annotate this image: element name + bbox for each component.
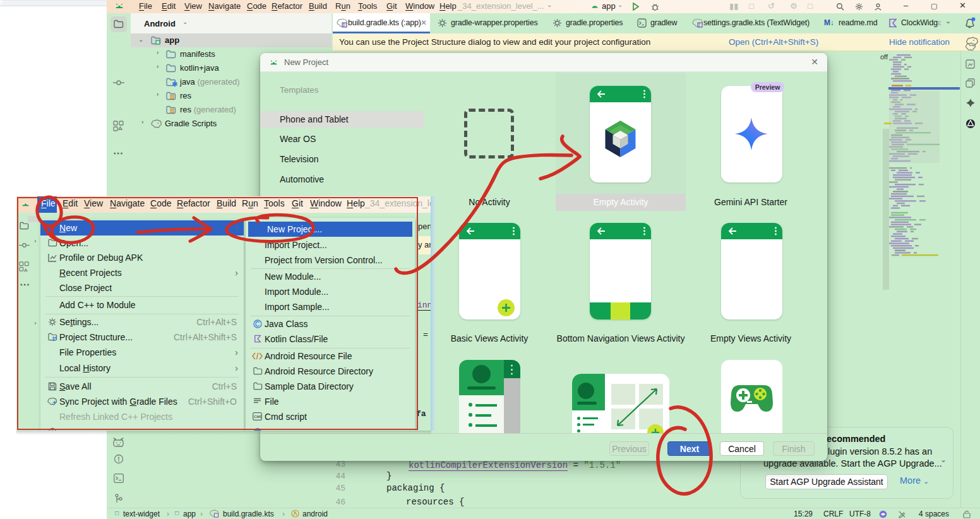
svg-text:✱: ✱ — [172, 80, 177, 87]
